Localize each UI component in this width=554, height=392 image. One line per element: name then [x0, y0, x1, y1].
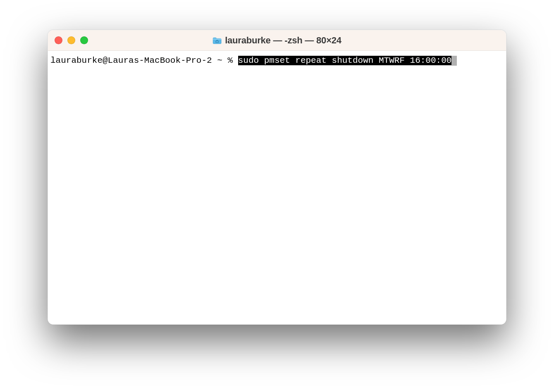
minimize-button[interactable]: [67, 36, 75, 44]
command-input-selected[interactable]: sudo pmset repeat shutdown MTWRF 16:00:0…: [238, 56, 452, 65]
traffic-lights: [55, 36, 88, 44]
svg-rect-0: [213, 39, 221, 39]
window-titlebar[interactable]: lauraburke — -zsh — 80×24: [48, 30, 506, 51]
home-folder-icon: [213, 37, 222, 44]
window-title: lauraburke — -zsh — 80×24: [225, 35, 341, 46]
terminal-line: lauraburke@Lauras-MacBook-Pro-2 ~ % sudo…: [50, 56, 457, 65]
window-title-group: lauraburke — -zsh — 80×24: [213, 35, 341, 46]
close-button[interactable]: [55, 36, 62, 44]
terminal-cursor: [451, 56, 457, 66]
terminal-window: lauraburke — -zsh — 80×24 lauraburke@Lau…: [48, 30, 506, 325]
shell-prompt: lauraburke@Lauras-MacBook-Pro-2 ~ %: [50, 56, 238, 65]
zoom-button[interactable]: [80, 36, 88, 44]
terminal-body[interactable]: lauraburke@Lauras-MacBook-Pro-2 ~ % sudo…: [48, 51, 506, 324]
